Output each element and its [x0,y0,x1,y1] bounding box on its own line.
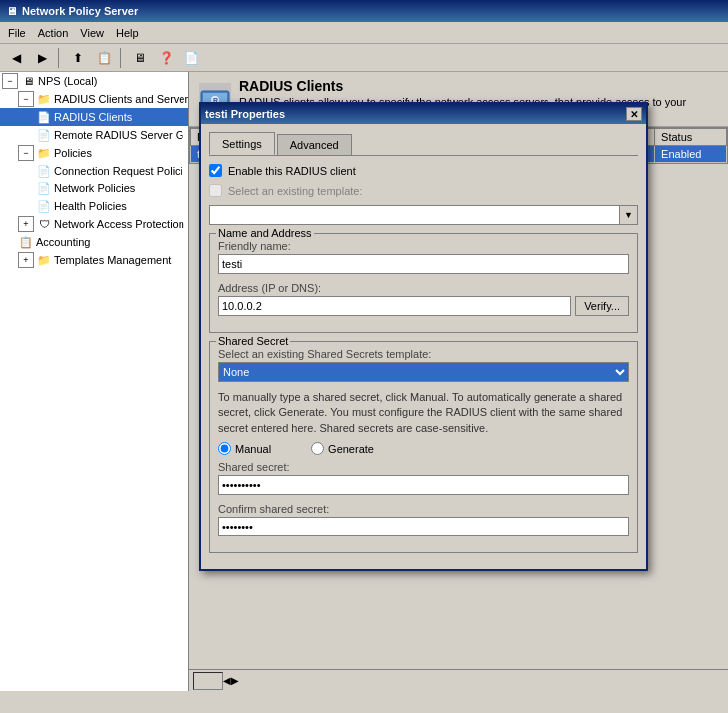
toolbar-export[interactable]: 📄 [180,47,203,69]
friendly-name-label: Friendly name: [218,240,629,252]
sidebar-item-health-policies[interactable]: 📄 Health Policies [0,197,188,215]
radio-row: Manual Generate [218,442,629,455]
shared-secret-label: Shared secret: [218,461,629,473]
templates-label: Templates Management [54,254,171,266]
sidebar-item-radius-clients[interactable]: 📄 RADIUS Clients [0,108,188,126]
template-dropdown-btn[interactable]: ▼ [620,205,638,225]
dialog-title-bar: testi Properties ✕ [201,104,646,124]
health-icon: 📄 [36,198,52,214]
toolbar-up[interactable]: ⬆ [66,47,90,69]
menu-help[interactable]: Help [110,25,145,41]
acct-label: Accounting [36,236,90,248]
menu-view[interactable]: View [74,25,110,41]
enable-checkbox-row: Enable this RADIUS client [209,164,638,177]
menu-action[interactable]: Action [32,25,75,41]
radius-servers-label: RADIUS Clients and Servers [54,93,189,105]
toolbar: ◀ ▶ ⬆ 📋 🖥 ❓ 📄 [0,44,728,72]
status-arrow-left[interactable]: ◀ [223,675,231,686]
menu-file[interactable]: File [2,25,32,41]
template-checkbox-label: Select an existing template: [228,185,363,197]
shared-secret-dropdown-wrapper: None [218,362,629,382]
confirm-secret-label: Confirm shared secret: [218,503,629,515]
radio-generate-text: Generate [328,443,374,455]
confirm-secret-group: Confirm shared secret: [218,503,629,536]
expand-policies[interactable]: − [18,145,34,161]
template-checkbox-row: Select an existing template: [209,184,638,197]
dialog-body: Settings Advanced Enable this RADIUS cli… [201,124,646,569]
status-panel [193,672,223,690]
confirm-secret-input[interactable] [218,517,629,536]
net-pol-icon: 📄 [36,180,52,196]
friendly-name-group: Friendly name: [218,240,629,274]
expand-nap[interactable]: + [18,216,34,232]
sidebar-item-network-access[interactable]: + 🛡 Network Access Protection [0,215,188,233]
col-status: Status [655,129,727,146]
shared-secret-info: To manually type a shared secret, click … [218,390,629,436]
toolbar-back[interactable]: ◀ [4,47,28,69]
expand-radius[interactable]: − [18,91,34,107]
sidebar-item-nps-local[interactable]: − 🖥 NPS (Local) [0,72,188,90]
shared-secret-select[interactable]: None [218,362,629,382]
dialog-close-button[interactable]: ✕ [626,107,642,121]
address-label: Address (IP or DNS): [218,282,629,294]
dialog-overlay: testi Properties ✕ Settings Advanced Ena… [189,72,728,691]
conn-icon: 📄 [36,163,52,178]
sidebar-item-accounting[interactable]: 📋 Accounting [0,233,188,251]
net-pol-label: Network Policies [54,182,135,194]
sidebar-item-radius-clients-servers[interactable]: − 📁 RADIUS Clients and Servers [0,90,188,108]
shared-secret-input-group: Shared secret: [218,461,629,495]
conn-label: Connection Request Polici [54,165,182,177]
nps-label: NPS (Local) [38,75,97,87]
template-checkbox[interactable] [209,184,222,197]
name-address-title: Name and Address [216,227,314,239]
toolbar-sep-2 [120,48,124,68]
radio-generate[interactable] [311,442,324,455]
sidebar-item-network-policies[interactable]: 📄 Network Policies [0,179,188,197]
sidebar-item-templates[interactable]: + 📁 Templates Management [0,251,188,269]
toolbar-sep-1 [58,48,62,68]
radius-clients-label: RADIUS Clients [54,111,132,123]
sidebar-item-connection-request[interactable]: 📄 Connection Request Polici [0,162,188,179]
templates-icon: 📁 [36,252,52,268]
folder-icon: 📁 [36,91,52,107]
toolbar-show-hide[interactable]: 📋 [92,47,116,69]
verify-button[interactable]: Verify... [575,296,629,316]
tab-advanced[interactable]: Advanced [277,134,352,155]
expand-templates[interactable]: + [18,252,34,268]
tab-settings[interactable]: Settings [209,132,275,155]
content-area: R RADIUS Clients RADIUS clients allow yo… [189,72,728,691]
nap-icon: 🛡 [36,216,52,232]
template-combo: ▼ [209,205,638,225]
title-bar: 🖥 Network Policy Server [0,0,728,22]
sidebar: − 🖥 NPS (Local) − 📁 RADIUS Clients and S… [0,72,189,691]
main-layout: − 🖥 NPS (Local) − 📁 RADIUS Clients and S… [0,72,728,691]
shared-secret-template-group: Select an existing Shared Secrets templa… [218,348,629,382]
health-label: Health Policies [54,200,127,212]
toolbar-help[interactable]: ❓ [154,47,178,69]
remote-icon: 📄 [36,127,52,143]
toolbar-monitor[interactable]: 🖥 [128,47,152,69]
radio-manual[interactable] [218,442,231,455]
policies-label: Policies [54,147,92,159]
remote-radius-label: Remote RADIUS Server G [54,129,183,141]
acct-icon: 📋 [18,234,34,250]
status-arrow-right[interactable]: ▶ [231,675,239,686]
dialog-title: testi Properties [205,108,285,120]
enable-label: Enable this RADIUS client [228,165,356,177]
radio-generate-label: Generate [311,442,374,455]
friendly-name-input[interactable] [218,254,629,274]
address-input[interactable] [218,296,571,316]
enable-checkbox[interactable] [209,164,222,177]
shared-secret-input[interactable] [218,475,629,495]
expand-nps[interactable]: − [2,73,18,89]
dialog-tabs: Settings Advanced [209,132,638,156]
cell-status: Enabled [655,146,727,163]
policies-icon: 📁 [36,145,52,161]
window-title: Network Policy Server [22,5,138,17]
sidebar-item-policies[interactable]: − 📁 Policies [0,144,188,162]
name-address-group: Name and Address Friendly name: Address … [209,233,638,333]
toolbar-forward[interactable]: ▶ [30,47,54,69]
template-input[interactable] [209,205,620,225]
address-row: Verify... [218,296,629,316]
sidebar-item-remote-radius[interactable]: 📄 Remote RADIUS Server G [0,126,188,144]
